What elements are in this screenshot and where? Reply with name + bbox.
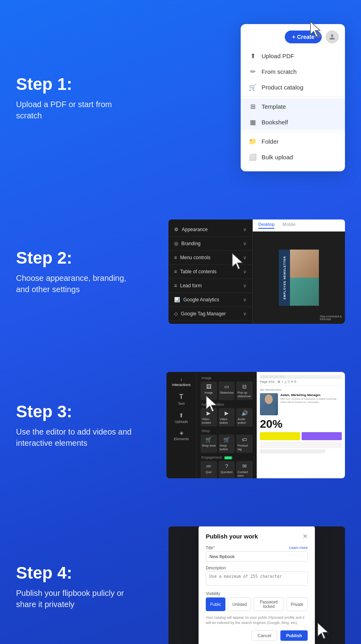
contact-form-icon: ✉: [242, 463, 247, 469]
title-field: Title* Learn more: [206, 546, 308, 562]
modal-header: Publish your work ✕: [206, 532, 308, 540]
analytics-label: Google Analytics: [183, 297, 219, 303]
shop-button-icon: 🛒: [223, 437, 230, 443]
audio-button-item[interactable]: 🔊 Audio button: [236, 408, 253, 427]
profile-card: Adam, Marketing Manager. With over 10 ye…: [260, 393, 342, 415]
product-catalog-item[interactable]: 🛒 Product catalog: [241, 79, 345, 95]
publish-screenshot: Publish your work ✕ Title* Learn more De…: [168, 526, 345, 644]
visibility-private[interactable]: Private: [286, 597, 308, 611]
quiz-label: Quiz: [206, 470, 212, 474]
modal-title: Publish your work: [206, 533, 258, 540]
question-item[interactable]: ? Question: [219, 461, 235, 478]
upload-pdf-item[interactable]: ⬆ Upload PDF: [241, 48, 345, 64]
product-tag-label: Product tag: [237, 444, 251, 451]
gtm-item[interactable]: ◇ Google Tag Manager ∨: [168, 307, 252, 321]
modal-footer: Cancel Publish: [206, 630, 308, 641]
video-button-icon: ▶: [225, 410, 229, 416]
bookshelf-item[interactable]: ▦ Bookshelf: [241, 114, 345, 130]
slideshow-icon: ▭: [224, 384, 229, 390]
video-embed-item[interactable]: ▶ Video embed: [201, 408, 217, 427]
upload-icon: ⬆: [249, 52, 257, 60]
title-input[interactable]: [206, 551, 308, 562]
cancel-button[interactable]: Cancel: [251, 630, 277, 641]
video-embed-label: Video embed: [202, 417, 216, 425]
analytics-icon: 📊: [174, 297, 180, 303]
appearance-label: Appearance: [182, 227, 208, 232]
audio-button-icon: 🔊: [241, 410, 248, 416]
question-icon: ?: [225, 463, 228, 469]
popup-slideshow-icon: ⊟: [242, 384, 247, 390]
image-icon: 🖼: [206, 384, 211, 390]
interactions-label: Interactions: [172, 383, 191, 387]
modal-close-button[interactable]: ✕: [302, 532, 308, 540]
from-scratch-item[interactable]: ✏ From scratch: [241, 64, 345, 79]
profile-photo: [260, 393, 278, 415]
menu-controls-item[interactable]: ≡ Menu controls ∨: [168, 251, 252, 265]
folder-icon: 📁: [249, 138, 257, 145]
required-mark: *: [213, 546, 215, 550]
step3-text: Step 3: Use the editor to add videos and…: [16, 402, 144, 449]
catalog-icon: 🛒: [249, 83, 257, 91]
chevron-icon: ∨: [243, 269, 247, 274]
step1-image: + Create ⊞ ⬆ Upload PDF ✏ From scratch 🛒: [144, 24, 345, 171]
folder-item[interactable]: 📁 Folder: [241, 134, 345, 149]
video-embed-icon: ▶: [207, 410, 211, 416]
popup-slideshow-item[interactable]: ⊟ Pop-up slideshow: [236, 382, 253, 400]
newsletter-img-bottom: [290, 278, 319, 306]
learn-more-link[interactable]: Learn more: [289, 546, 308, 550]
text-block: [260, 442, 342, 448]
toc-icon: ≡: [174, 269, 177, 274]
appearance-item[interactable]: ⚙ Appearance ∨: [168, 223, 252, 237]
quiz-item[interactable]: ≔ Quiz: [201, 461, 217, 478]
gtm-label: Google Tag Manager: [181, 311, 226, 317]
bulk-upload-item[interactable]: ⬜ Bulk upload: [241, 149, 345, 165]
visibility-password[interactable]: Password locked: [254, 597, 284, 611]
description-textarea[interactable]: [206, 571, 308, 586]
visibility-public[interactable]: Public: [206, 597, 225, 611]
tab-mobile[interactable]: Mobile: [282, 222, 295, 229]
visibility-unlisted[interactable]: Unlisted: [228, 597, 251, 611]
template-icon: ⊞: [249, 103, 257, 110]
shop-button-item[interactable]: 🛒 Shop button: [219, 435, 235, 453]
step3-description: Use the editor to add videos and interac…: [16, 426, 136, 449]
newsletter-images: [290, 250, 319, 306]
preview-tabs: Desktop Mobile: [253, 219, 345, 232]
tab-desktop[interactable]: Desktop: [258, 222, 274, 229]
dropdown-header: + Create: [241, 30, 345, 48]
analytics-item[interactable]: 📊 Google Analytics ∨: [168, 293, 252, 307]
template-item[interactable]: ⊞ Template: [241, 99, 345, 114]
step2-image: ⚙ Appearance ∨ ◎ Branding ∨ ≡ Menu contr: [144, 219, 345, 324]
sidebar-interactions[interactable]: ↕ Interactions: [166, 375, 196, 389]
step3-section: Step 3: Use the editor to add videos and…: [0, 348, 361, 502]
lead-form-item[interactable]: ≡ Lead form ∨: [168, 279, 252, 293]
shop-area-item[interactable]: 🛒 Shop area: [201, 435, 217, 453]
sidebar-elements[interactable]: ◈ Elements: [166, 428, 196, 443]
step4-section: Step 4: Publish your flipbook pulicly or…: [0, 502, 361, 644]
chevron-icon: ∨: [243, 297, 247, 303]
sidebar-text[interactable]: T Text: [166, 391, 196, 408]
branding-item[interactable]: ◎ Branding ∨: [168, 237, 252, 251]
create-dropdown-card: + Create ⊞ ⬆ Upload PDF ✏ From scratch 🛒: [241, 24, 345, 171]
step4-text: Step 4: Publish your flipbook pulicly or…: [16, 563, 144, 610]
newsletter-preview: EMPLOYEE NEWSLETTER Stay connected: [253, 232, 345, 324]
toc-item[interactable]: ≡ Table of contents ∨: [168, 265, 252, 279]
contact-form-label: Contact form: [237, 470, 251, 477]
percent-display: 20%: [260, 418, 342, 431]
user-avatar[interactable]: [326, 30, 339, 43]
image-item[interactable]: 🖼 Image: [201, 382, 217, 400]
step3-number: Step 3:: [16, 402, 136, 421]
video-button-item[interactable]: ▶ Video button: [219, 408, 235, 427]
publish-modal: Publish your work ✕ Title* Learn more De…: [199, 526, 315, 644]
sidebar-uploads[interactable]: ⬆ Uploads: [166, 410, 196, 426]
product-tag-item[interactable]: 🏷 Product tag: [236, 435, 253, 453]
accessibility-item[interactable]: ♿ Accessibility ∨: [168, 321, 252, 324]
slideshow-item[interactable]: ▭ Slideshow: [219, 382, 235, 400]
svg-point-1: [262, 404, 276, 415]
gtm-icon: ◇: [174, 311, 178, 317]
newsletter-card: EMPLOYEE NEWSLETTER: [279, 250, 319, 306]
audio-button-label: Audio button: [237, 417, 251, 425]
publish-button[interactable]: Publish: [280, 630, 308, 641]
contact-form-item[interactable]: ✉ Contact form: [236, 461, 253, 478]
color-blocks: [260, 432, 342, 440]
step1-description: Upload a PDF or start from scratch: [16, 99, 136, 121]
